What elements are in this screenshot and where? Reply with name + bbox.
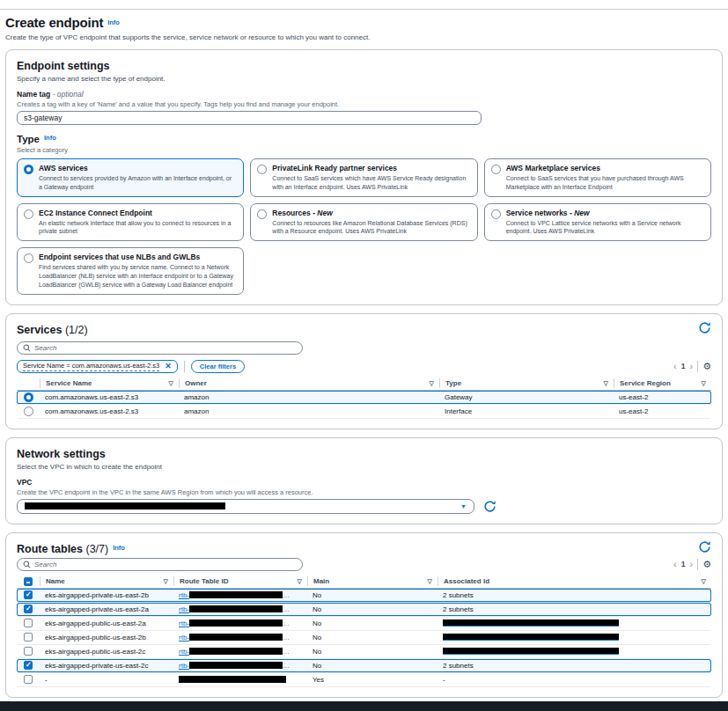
- route-table-id-link[interactable]: rtb-: [179, 634, 283, 641]
- name-tag-input[interactable]: [17, 111, 482, 125]
- radio-icon[interactable]: [257, 209, 267, 219]
- type-option-card[interactable]: AWS services Connect to services provide…: [17, 158, 244, 197]
- associated-id-text: 2 subnets: [443, 605, 474, 613]
- type-option-card[interactable]: Endpoint services that use NLBs and GWLB…: [17, 247, 244, 294]
- type-option-card[interactable]: PrivateLink Ready partner services Conne…: [250, 158, 477, 197]
- refresh-icon: [698, 540, 711, 553]
- sort-icon[interactable]: ▽: [298, 578, 302, 585]
- row-checkbox[interactable]: [24, 633, 33, 641]
- cell-main: No: [307, 605, 438, 613]
- row-checkbox[interactable]: [24, 661, 33, 670]
- route-tables-info-link[interactable]: Info: [113, 544, 125, 552]
- type-option-title: Endpoint services that use NLBs and GWLB…: [39, 253, 200, 261]
- page-info-link[interactable]: Info: [107, 18, 120, 26]
- search-icon: [23, 561, 31, 568]
- route-table-row[interactable]: eks-airgapped-private-us-east-2c rtb-… N…: [17, 659, 711, 673]
- route-table-id-link[interactable]: rtb-: [179, 605, 283, 613]
- next-page-icon[interactable]: ›: [689, 362, 693, 371]
- row-checkbox[interactable]: [24, 647, 33, 656]
- route-tables-pagination: ‹ 1 › ⚙: [673, 559, 711, 570]
- radio-icon[interactable]: [24, 165, 33, 174]
- vpc-refresh-button[interactable]: [483, 500, 496, 513]
- services-search-input[interactable]: Search: [17, 341, 303, 355]
- type-option-description: Find services shared with you by service…: [39, 263, 236, 289]
- sort-icon[interactable]: ▽: [430, 380, 434, 387]
- vpc-label: VPC: [17, 478, 711, 487]
- route-table-row[interactable]: eks-airgapped-public-us-east-2c rtb-… No: [17, 645, 711, 659]
- next-page-icon[interactable]: ›: [689, 560, 693, 569]
- radio-icon[interactable]: [491, 209, 501, 219]
- cell-associated-id: -: [438, 676, 711, 684]
- radio-icon[interactable]: [24, 253, 33, 263]
- clear-filters-button[interactable]: Clear filters: [191, 360, 245, 373]
- route-tables-refresh-button[interactable]: [698, 540, 711, 553]
- type-option-card[interactable]: AWS Marketplace services Connect to SaaS…: [484, 158, 711, 197]
- select-all-checkbox[interactable]: [24, 577, 33, 586]
- page-number[interactable]: 1: [681, 560, 686, 568]
- divider: [697, 559, 698, 570]
- route-tables-search-input[interactable]: Search: [17, 558, 303, 571]
- column-header-name[interactable]: Name▽: [40, 576, 173, 586]
- cell-type: Interface: [439, 407, 614, 415]
- page-number[interactable]: 1: [681, 362, 686, 370]
- prev-page-icon[interactable]: ‹: [673, 560, 677, 569]
- row-checkbox[interactable]: [24, 605, 33, 613]
- route-table-id-link[interactable]: rtb-: [179, 591, 283, 599]
- route-table-row[interactable]: eks-airgapped-private-us-east-2a rtb-… N…: [17, 603, 711, 617]
- radio-icon[interactable]: [24, 209, 33, 219]
- sort-icon[interactable]: ▽: [702, 578, 706, 585]
- service-table-row[interactable]: com.amazonaws.us-east-2.s3 amazon Interf…: [17, 405, 711, 419]
- search-placeholder: Search: [34, 344, 56, 352]
- cell-name: eks-airgapped-public-us-east-2c: [40, 648, 173, 656]
- route-tables-settings-gear-icon[interactable]: ⚙: [702, 560, 711, 569]
- row-radio[interactable]: [24, 407, 33, 416]
- type-info-link[interactable]: Info: [44, 134, 56, 142]
- route-table-row[interactable]: eks-airgapped-private-us-east-2b rtb-… N…: [17, 589, 711, 603]
- type-option-title-suffix: - New: [311, 209, 333, 217]
- services-refresh-button[interactable]: [698, 321, 711, 334]
- column-header-owner[interactable]: Owner▽: [179, 378, 439, 388]
- route-table-id-link[interactable]: rtb-: [179, 662, 283, 670]
- filter-token-dismiss-icon[interactable]: ✕: [165, 363, 172, 370]
- row-checkbox[interactable]: [24, 619, 33, 627]
- route-table-row[interactable]: eks-airgapped-public-us-east-2b rtb-… No: [17, 631, 711, 645]
- route-table-id-link[interactable]: [179, 676, 286, 684]
- search-placeholder: Search: [34, 561, 56, 568]
- type-option-card[interactable]: Resources - New Connect to resources lik…: [250, 203, 477, 242]
- endpoint-settings-title: Endpoint settings: [17, 60, 110, 72]
- sort-icon[interactable]: ▽: [164, 578, 168, 585]
- row-checkbox[interactable]: [24, 675, 33, 684]
- route-table-id-link[interactable]: rtb-: [179, 619, 283, 627]
- row-radio[interactable]: [24, 392, 33, 402]
- sort-icon[interactable]: ▽: [702, 380, 706, 387]
- sort-icon[interactable]: ▽: [604, 380, 608, 387]
- redacted-value: [189, 648, 283, 655]
- vpc-select[interactable]: ▼: [17, 499, 474, 514]
- radio-icon[interactable]: [491, 165, 501, 174]
- radio-icon[interactable]: [257, 165, 267, 174]
- sort-icon[interactable]: ▽: [169, 380, 173, 387]
- type-option-card[interactable]: EC2 Instance Connect Endpoint An elastic…: [17, 203, 244, 242]
- row-checkbox[interactable]: [24, 590, 33, 599]
- route-table-row[interactable]: - … Yes -: [17, 673, 711, 687]
- route-table-row[interactable]: eks-airgapped-public-us-east-2a rtb-… No: [17, 617, 711, 631]
- cell-main: No: [307, 634, 438, 641]
- prev-page-icon[interactable]: ‹: [673, 362, 677, 371]
- route-table-id-link[interactable]: rtb-: [179, 648, 283, 656]
- column-header-service-name[interactable]: Service Name▽: [40, 378, 179, 388]
- refresh-icon: [698, 321, 711, 334]
- associated-id-text: 2 subnets: [443, 591, 474, 599]
- cell-service-region: us-east-2: [614, 407, 711, 415]
- cell-name: eks-airgapped-public-us-east-2b: [40, 634, 173, 641]
- column-header-route-table-id[interactable]: Route Table ID▽: [173, 576, 307, 586]
- type-option-card[interactable]: Service networks - New Connect to VPC La…: [484, 203, 711, 242]
- type-subtitle: Select a category: [17, 146, 711, 154]
- service-table-row[interactable]: com.amazonaws.us-east-2.s3 amazon Gatewa…: [17, 391, 711, 405]
- sort-icon[interactable]: ▽: [428, 578, 432, 585]
- services-settings-gear-icon[interactable]: ⚙: [702, 362, 711, 371]
- redacted-value: [443, 648, 619, 655]
- column-header-main[interactable]: Main▽: [307, 576, 438, 586]
- column-header-service-region[interactable]: Service Region▽: [614, 378, 711, 388]
- column-header-type[interactable]: Type▽: [439, 378, 614, 388]
- column-header-associated-id[interactable]: Associated Id▽: [438, 576, 711, 586]
